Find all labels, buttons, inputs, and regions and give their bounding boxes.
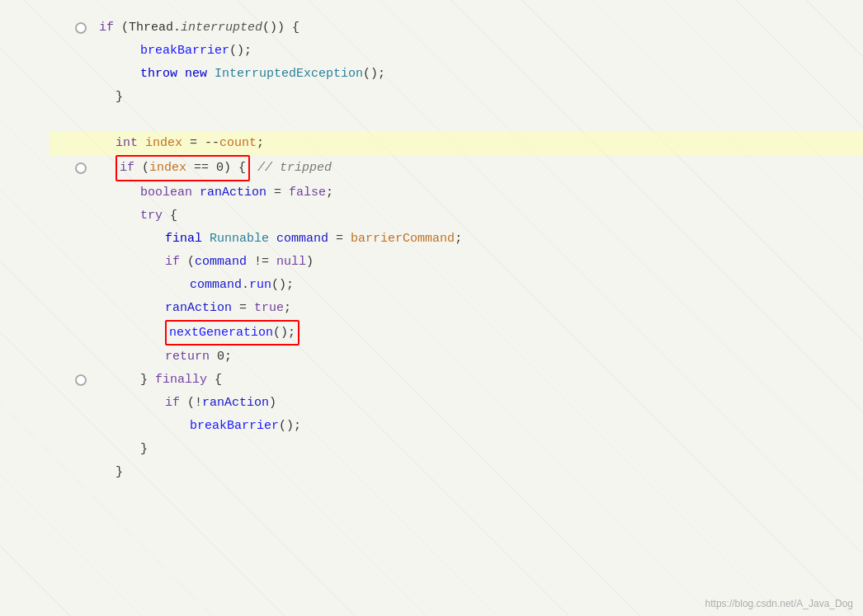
code-line-17: if (!ranAction) [50, 392, 863, 415]
type-interrupted-exception: InterruptedException [215, 67, 363, 81]
kw-return: return [165, 350, 210, 364]
plain-12a: . [242, 278, 249, 292]
plain-12b: (); [271, 278, 294, 292]
plain-17b: ) [269, 396, 276, 410]
code-line-16: } finally { [50, 369, 863, 392]
plain-17a: (! [180, 396, 202, 410]
plain-10a [202, 232, 210, 246]
var-ranaction-17: ranAction [202, 396, 269, 410]
method-interrupted: interrupted [181, 21, 262, 35]
plain-1b: ()) { [262, 21, 299, 35]
plain-14: (); [273, 326, 295, 340]
code-text-9: try { [50, 205, 855, 227]
plain-8c: ; [326, 186, 333, 200]
code-line-1: if (Thread.interrupted()) { [50, 16, 863, 40]
method-breakbarrier-2: breakBarrier [190, 419, 279, 433]
code-text-19: } [50, 439, 855, 460]
code-text-17: if (!ranAction) [50, 393, 855, 414]
var-index: index [145, 136, 182, 150]
kw-finally: finally [155, 373, 207, 387]
redbox-if-index: if (index == 0) { [116, 155, 250, 181]
code-line-15: return 0; [50, 346, 863, 369]
plain-3c: (); [363, 67, 385, 81]
comment-tripped: // tripped [257, 161, 332, 175]
code-line-12: command.run(); [50, 274, 863, 297]
plain-6b: = -- [182, 136, 219, 150]
code-text-10: final Runnable command = barrierCommand; [50, 228, 855, 250]
code-text-8: boolean ranAction = false; [50, 182, 855, 204]
code-text-18: breakBarrier(); [50, 416, 855, 437]
plain-16a: } [140, 373, 155, 387]
gutter-dot-1 [75, 22, 87, 34]
code-line-18: breakBarrier(); [50, 415, 863, 438]
var-command: command [276, 232, 328, 246]
plain-3a [177, 67, 185, 81]
code-text-14: nextGeneration(); [50, 320, 855, 346]
code-line-4: } [50, 86, 863, 109]
code-text-15: return 0; [50, 346, 855, 368]
field-barriercommand: barrierCommand [351, 232, 455, 246]
plain-10c: = [328, 232, 351, 246]
plain-9: { [163, 209, 177, 223]
plain-7b: == 0) { [186, 161, 246, 175]
kw-new: new [185, 67, 207, 81]
code-line-13: ranAction = true; [50, 297, 863, 320]
watermark: https://blog.csdn.net/A_Java_Dog [705, 598, 853, 609]
var-index-7: index [149, 161, 186, 175]
kw-if-1: if [99, 21, 114, 35]
plain-4: } [116, 90, 123, 104]
plain-7a: ( [134, 161, 149, 175]
code-text-13: ranAction = true; [50, 298, 855, 319]
code-container: if (Thread.interrupted()) { breakBarrier… [0, 0, 863, 501]
kw-null: null [276, 255, 306, 269]
code-text-20: } [50, 462, 855, 483]
code-text-7: if (index == 0) { // tripped [50, 155, 855, 181]
code-text-11: if (command != null) [50, 252, 855, 273]
code-text-3: throw new InterruptedException(); [50, 63, 855, 85]
code-line-3: throw new InterruptedException(); [50, 63, 863, 86]
code-line-11: if (command != null) [50, 251, 863, 274]
plain-18: (); [279, 419, 301, 433]
code-text-12: command.run(); [50, 275, 855, 296]
gutter-dot-7 [75, 162, 87, 174]
code-text-1: if (Thread.interrupted()) { [50, 17, 855, 39]
code-line-empty [50, 109, 863, 132]
method-breakbarrier-1: breakBarrier [140, 44, 229, 58]
plain-13b: ; [284, 301, 291, 315]
kw-if-17: if [165, 396, 180, 410]
plain-19: } [140, 442, 148, 456]
gutter-dot-16 [75, 374, 87, 386]
var-ranaction: ranAction [200, 186, 266, 200]
code-line-8: boolean ranAction = false; [50, 181, 863, 205]
plain-2: (); [229, 44, 252, 58]
plain-13a: = [232, 301, 254, 315]
code-line-10: final Runnable command = barrierCommand; [50, 228, 863, 251]
code-text-16: } finally { [50, 369, 855, 391]
plain-11b: != [247, 255, 276, 269]
kw-true: true [254, 301, 284, 315]
plain-1a: (Thread. [114, 21, 181, 35]
plain-10b [269, 232, 276, 246]
kw-try: try [140, 209, 163, 223]
code-line-7: if (index == 0) { // tripped [50, 155, 863, 181]
kw-if-7: if [120, 161, 134, 175]
plain-7c [250, 161, 257, 175]
code-text-6: int index = --count; [50, 133, 855, 154]
method-run: run [249, 278, 271, 292]
kw-false: false [289, 186, 326, 200]
plain-16b: { [207, 373, 222, 387]
var-command-11: command [195, 255, 247, 269]
code-line-20: } [50, 461, 863, 484]
var-command-12: command [190, 278, 242, 292]
plain-15: 0; [210, 350, 232, 364]
var-ranaction-13: ranAction [165, 301, 232, 315]
code-line-2: breakBarrier(); [50, 40, 863, 63]
plain-11a: ( [180, 255, 195, 269]
kw-boolean: boolean [140, 186, 192, 200]
plain-11c: ) [306, 255, 314, 269]
plain-3b [207, 67, 215, 81]
plain-20: } [116, 465, 123, 479]
code-text-2: breakBarrier(); [50, 40, 855, 62]
plain-6c: ; [257, 136, 264, 150]
kw-int: int [116, 136, 138, 150]
